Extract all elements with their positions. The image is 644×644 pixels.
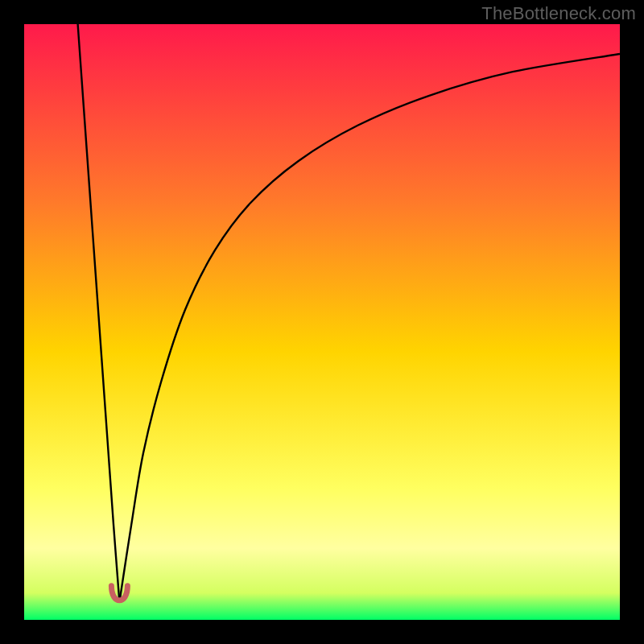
chart-frame: TheBottleneck.com xyxy=(0,0,644,644)
plot-svg xyxy=(24,24,620,620)
plot-area xyxy=(24,24,620,620)
watermark-text: TheBottleneck.com xyxy=(481,3,636,24)
